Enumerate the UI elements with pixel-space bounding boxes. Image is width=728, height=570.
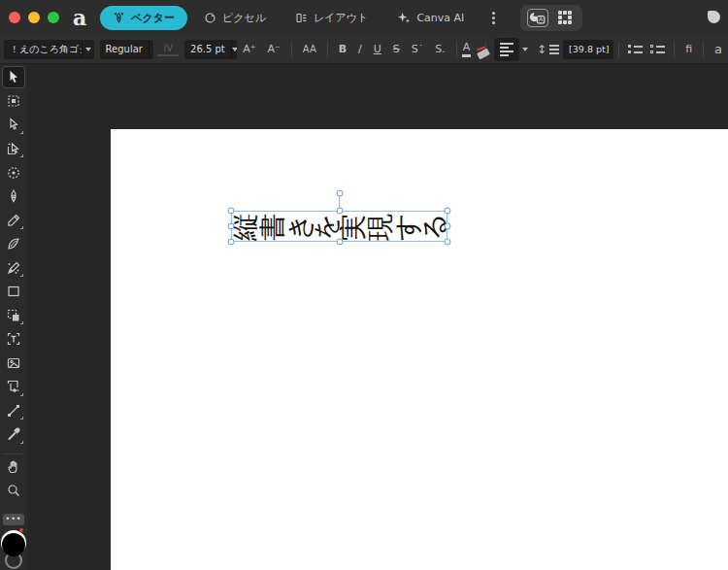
underline-button[interactable]: U	[368, 36, 387, 63]
divider	[327, 42, 328, 57]
superscript-button[interactable]: S˙	[406, 36, 429, 63]
pencil-tool[interactable]	[2, 209, 25, 231]
font-size-value: 26.5 pt	[184, 44, 231, 54]
paint-brush-tool[interactable]	[2, 256, 25, 279]
chevron-down-icon	[522, 48, 528, 51]
hand-icon	[6, 459, 21, 475]
selection-handle-bottom-right[interactable]	[445, 239, 451, 246]
font-weight-select[interactable]: Regular	[100, 40, 154, 59]
title-bar: a ベクター ピクセル	[0, 0, 728, 35]
numbered-list-button[interactable]	[646, 45, 669, 53]
line-spacing-value: [39.8 pt]	[563, 44, 613, 54]
affinity-designer-window: a ベクター ピクセル	[0, 0, 728, 570]
close-window-button[interactable]	[9, 12, 20, 23]
kebab-icon	[492, 12, 495, 15]
sparkle-icon	[397, 11, 411, 24]
color-picker-tool[interactable]	[2, 423, 25, 446]
vector-pen-icon	[113, 12, 125, 24]
variable-font-button[interactable]: iV	[157, 42, 179, 56]
rectangle-icon	[6, 284, 21, 299]
picture-frame-tool[interactable]	[2, 352, 25, 374]
zoom-tool[interactable]	[2, 480, 25, 502]
font-weight-value: Regular	[100, 44, 149, 54]
fill-stroke-swatch[interactable]	[0, 530, 27, 570]
more-tools-button[interactable]: •••	[3, 514, 24, 525]
ligatures-button[interactable]: fi	[679, 36, 698, 63]
increase-size-button[interactable]: A⁺	[237, 36, 261, 63]
stepper-icon	[149, 40, 154, 59]
bold-button[interactable]: B	[333, 36, 352, 63]
document-canvas[interactable]: 縦書きを実現する	[111, 129, 728, 570]
selection-handle-top-right[interactable]	[445, 208, 451, 215]
cursor-icon	[6, 69, 21, 84]
subscript-button[interactable]: S.	[429, 36, 450, 63]
node-tool[interactable]	[2, 114, 25, 136]
rectangle-tool[interactable]	[2, 281, 25, 303]
vector-brush-icon	[6, 236, 21, 251]
translate-icon: A	[529, 11, 546, 25]
context-toolbar: ！えのころ角ゴシック vert Regular iV 26.5 pt A⁺ A⁻…	[0, 35, 728, 64]
font-size-select[interactable]: 26.5 pt	[184, 40, 237, 59]
flyout-indicator	[20, 393, 23, 396]
capitalization-button[interactable]: AA	[297, 36, 322, 63]
italic-button[interactable]: /	[352, 36, 368, 63]
divider	[456, 42, 457, 57]
apps-grid-button[interactable]	[554, 9, 576, 27]
selected-text-object[interactable]: 縦書きを実現する	[231, 211, 447, 242]
tab-vector-persona[interactable]: ベクター	[100, 6, 187, 30]
pen-tool[interactable]	[2, 185, 25, 208]
persona-tabs: ベクター ピクセル レイアウト	[100, 6, 477, 30]
fill-color-swatch[interactable]	[2, 533, 25, 556]
tab-layout-persona[interactable]: レイアウト	[282, 6, 381, 30]
rotation-handle[interactable]	[336, 190, 343, 197]
flyout-indicator	[20, 274, 23, 277]
line-spacing-select[interactable]: [39.8 pt]	[563, 40, 613, 59]
alignment-select[interactable]	[491, 38, 531, 61]
selection-handle-mid-left[interactable]	[228, 223, 235, 230]
contour-tool[interactable]	[2, 138, 25, 160]
artboard-tool[interactable]	[2, 90, 25, 113]
gradient-tool[interactable]	[2, 400, 25, 422]
tab-label: Canva AI	[416, 12, 464, 24]
gradient-icon	[6, 403, 21, 419]
magnifier-icon	[6, 483, 21, 498]
move-tool[interactable]	[2, 66, 25, 88]
translate-text-button[interactable]: A	[527, 9, 548, 27]
chevron-down-icon	[82, 40, 94, 59]
font-family-select[interactable]: ！えのころ角ゴシック vert	[4, 40, 94, 59]
align-left-icon	[494, 38, 519, 61]
decrease-size-button[interactable]: A⁻	[262, 36, 286, 63]
node-arrow-icon	[6, 117, 21, 132]
flyout-indicator	[20, 154, 23, 157]
place-image-tool[interactable]	[2, 376, 25, 398]
selection-handle-top-left[interactable]	[228, 208, 235, 215]
point-transform-tool[interactable]	[2, 161, 25, 184]
frame-text-icon	[6, 331, 21, 347]
tag-icon[interactable]	[708, 11, 720, 23]
shape-builder-tool[interactable]	[2, 304, 25, 326]
font-color-button[interactable]: A	[462, 41, 472, 57]
svg-text:A: A	[539, 16, 544, 22]
bullet-list-button[interactable]	[624, 45, 646, 53]
paint-brush-icon	[6, 260, 21, 276]
more-personas-menu[interactable]	[486, 8, 501, 28]
selection-handle-top-center[interactable]	[336, 208, 343, 215]
divider	[703, 42, 704, 57]
frame-text-tool[interactable]	[2, 328, 25, 351]
zoom-window-button[interactable]	[48, 12, 59, 23]
flyout-indicator	[20, 441, 23, 444]
workspace: 縦書きを実現する	[27, 64, 728, 570]
selection-handle-bottom-left[interactable]	[228, 239, 235, 246]
tab-pixel-persona[interactable]: ピクセル	[191, 6, 279, 30]
strikethrough-button[interactable]: S	[387, 36, 406, 63]
flyout-indicator	[20, 226, 23, 229]
view-tool[interactable]	[2, 456, 25, 479]
selection-handle-bottom-center[interactable]	[336, 239, 343, 246]
typography-button[interactable]: a	[709, 36, 728, 63]
minimize-window-button[interactable]	[28, 12, 40, 23]
affinity-logo-icon: a	[73, 7, 86, 28]
tab-canva-ai[interactable]: Canva AI	[384, 6, 477, 30]
selection-handle-mid-right[interactable]	[445, 223, 451, 230]
vector-brush-tool[interactable]	[2, 233, 25, 255]
divider	[618, 42, 619, 57]
